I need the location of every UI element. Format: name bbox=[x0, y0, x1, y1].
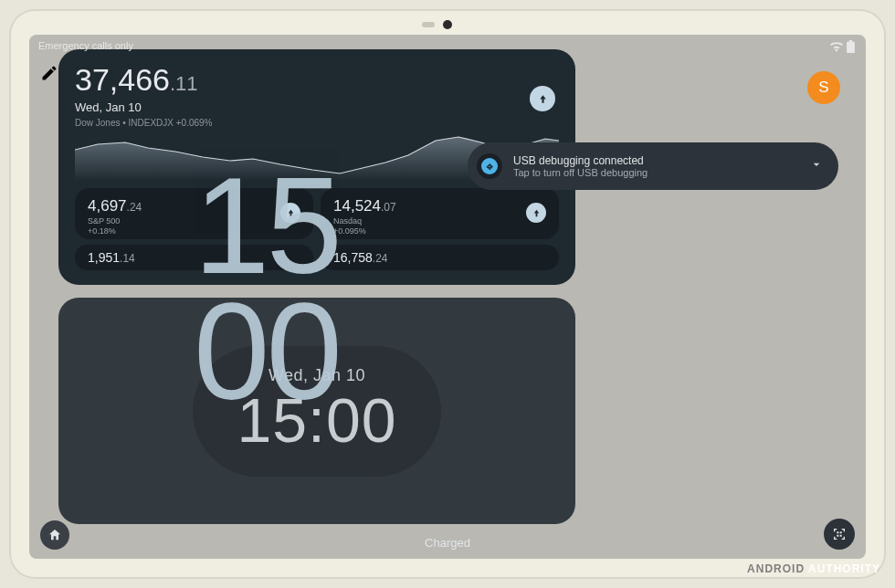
stock-tile-nasdaq[interactable]: 14,524.07 Nasdaq +0.095% bbox=[321, 188, 559, 239]
stock-tile-3[interactable]: 1,951.14 bbox=[75, 245, 313, 270]
trend-up-icon bbox=[280, 203, 300, 223]
screen: Emergency calls only 37,466.11 Wed, Jan … bbox=[29, 35, 866, 559]
clock-pill: Wed, Jan 10 15:00 bbox=[193, 346, 440, 477]
stock-tiles-row2: 1,951.14 16,758.24 bbox=[75, 245, 559, 270]
main-index-dec: .11 bbox=[170, 72, 198, 95]
front-camera bbox=[443, 20, 452, 29]
qr-scanner-button[interactable] bbox=[824, 519, 855, 550]
status-indicators bbox=[830, 40, 855, 56]
status-network: Emergency calls only bbox=[38, 40, 133, 51]
main-index-value: 37,466.11 bbox=[75, 64, 559, 95]
main-index-subtitle: Dow Jones • INDEXDJX +0.069% bbox=[75, 118, 559, 128]
battery-icon bbox=[847, 40, 855, 56]
wifi-icon bbox=[830, 42, 843, 55]
home-button[interactable] bbox=[40, 520, 69, 550]
trend-up-icon bbox=[530, 86, 555, 111]
stock-tiles-row1: 4,697.24 S&P 500 +0.18% 14,524.07 Nasdaq… bbox=[75, 188, 559, 239]
sensor-pill bbox=[422, 22, 435, 27]
avatar-initial: S bbox=[818, 79, 828, 97]
clock-widget[interactable]: Wed, Jan 10 15:00 bbox=[58, 298, 575, 524]
user-avatar[interactable]: S bbox=[807, 71, 840, 104]
notification-title: USB debugging connected bbox=[513, 154, 798, 167]
chevron-down-icon[interactable] bbox=[809, 157, 824, 175]
trend-up-icon bbox=[526, 203, 546, 223]
notification-usb-debugging[interactable]: ⎆ USB debugging connected Tap to turn of… bbox=[468, 142, 838, 190]
main-index-date: Wed, Jan 10 bbox=[75, 100, 559, 114]
watermark: ANDROID AUTHORITY bbox=[747, 562, 880, 575]
main-index-int: 37,466 bbox=[75, 62, 170, 97]
usb-icon: ⎆ bbox=[477, 153, 502, 179]
edit-icon[interactable] bbox=[40, 64, 58, 86]
notification-subtitle: Tap to turn off USB debugging bbox=[513, 167, 798, 178]
stock-tile-sp500[interactable]: 4,697.24 S&P 500 +0.18% bbox=[75, 188, 313, 239]
clock-date: Wed, Jan 10 bbox=[237, 366, 396, 385]
notification-text: USB debugging connected Tap to turn off … bbox=[513, 154, 798, 178]
stock-tile-4[interactable]: 16,758.24 bbox=[321, 245, 559, 270]
charge-status: Charged bbox=[425, 536, 470, 550]
tablet-frame: Emergency calls only 37,466.11 Wed, Jan … bbox=[9, 9, 886, 579]
clock-time: 15:00 bbox=[237, 389, 396, 451]
